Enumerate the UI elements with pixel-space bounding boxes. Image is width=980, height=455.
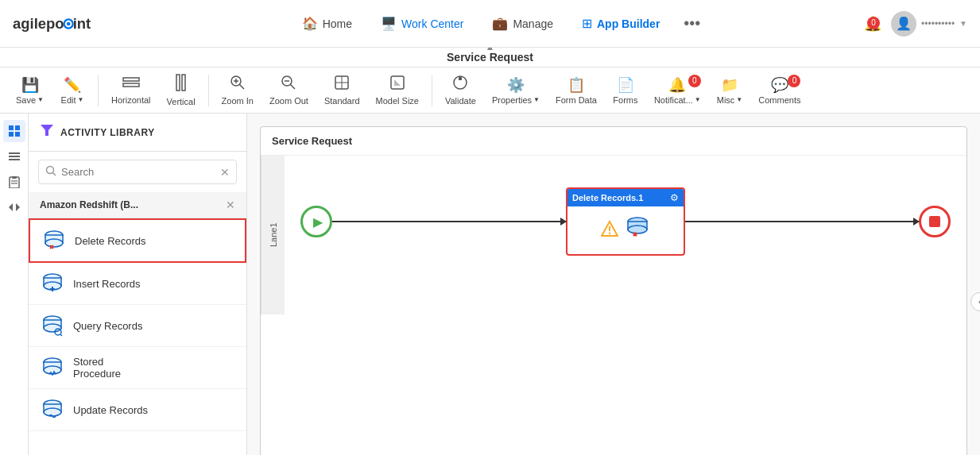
- task-node-title: Delete Records.1: [572, 193, 643, 202]
- properties-button[interactable]: ⚙️ Properties ▼: [486, 73, 546, 108]
- svg-line-13: [291, 85, 296, 90]
- query-records-icon: [40, 313, 65, 338]
- delete-records-label: Delete Records: [75, 235, 146, 247]
- nav-appbuilder-label: App Builder: [597, 17, 660, 30]
- validate-label: Validate: [445, 96, 476, 106]
- left-icon-clipboard[interactable]: [3, 171, 25, 193]
- activity-library-sidebar: ACTIVITY LIBRARY ✕ Amazon Redshift (B...…: [29, 114, 247, 455]
- left-icon-code[interactable]: [3, 196, 25, 218]
- comments-button[interactable]: 💬 Comments 0: [752, 73, 807, 108]
- edit-button[interactable]: ✏️ Edit ▼: [53, 73, 91, 108]
- nav-workcenter[interactable]: 🖥️ Work Center: [370, 10, 475, 37]
- vertical-button[interactable]: Vertical: [161, 71, 202, 110]
- update-records-icon: [40, 397, 65, 422]
- notifications-button[interactable]: 🔔 Notificat... ▼ 0: [648, 73, 707, 108]
- svg-rect-21: [459, 78, 462, 80]
- forms-icon: 📄: [617, 76, 634, 94]
- svg-rect-28: [9, 159, 20, 160]
- sidebar-item-stored-procedure[interactable]: Stored Procedure: [29, 347, 246, 389]
- user-menu[interactable]: 👤 •••••••••• ▼: [891, 11, 967, 37]
- sidebar-item-query-records[interactable]: Query Records: [29, 305, 246, 347]
- search-input[interactable]: [61, 166, 215, 178]
- task-node-header: Delete Records.1 ⚙: [567, 189, 684, 206]
- svg-point-40: [45, 239, 63, 247]
- svg-rect-5: [123, 83, 139, 87]
- sidebar-header: ACTIVITY LIBRARY: [29, 114, 246, 152]
- left-icon-bar: [0, 114, 29, 455]
- manage-icon: 💼: [492, 16, 508, 31]
- validate-button[interactable]: Validate: [439, 71, 482, 109]
- nav-home[interactable]: 🏠 Home: [291, 10, 363, 37]
- model-size-label: Model Size: [376, 96, 419, 106]
- zoom-out-icon: [281, 75, 296, 94]
- misc-button[interactable]: 📁 Misc ▼: [711, 73, 750, 108]
- sidebar-item-delete-records[interactable]: Delete Records: [29, 218, 246, 263]
- zoom-out-button[interactable]: Zoom Out: [263, 71, 315, 109]
- lane-label: Lane1: [261, 156, 285, 314]
- edit-dropdown-icon: ▼: [78, 96, 84, 103]
- form-data-button[interactable]: 📋 Form Data: [549, 73, 603, 108]
- category-name: Amazon Redshift (B...: [40, 199, 138, 210]
- svg-point-64: [628, 226, 647, 233]
- svg-marker-35: [41, 125, 53, 136]
- svg-point-36: [47, 167, 54, 174]
- stored-procedure-icon: [40, 355, 65, 380]
- user-chevron-icon: ▼: [959, 19, 967, 28]
- standard-icon: [334, 75, 350, 94]
- task-node-body: [567, 206, 684, 254]
- category-close-icon[interactable]: ✕: [226, 199, 235, 211]
- flow-arrow-2: [685, 221, 919, 222]
- svg-point-61: [609, 232, 610, 233]
- stop-icon: [929, 216, 940, 227]
- end-node[interactable]: [919, 206, 951, 237]
- vertical-label: Vertical: [167, 97, 196, 106]
- svg-point-58: [44, 408, 61, 416]
- svg-rect-30: [12, 176, 17, 179]
- notification-button[interactable]: 🔔 0: [864, 15, 881, 33]
- toolbar-divider-1: [98, 75, 99, 106]
- left-icon-list[interactable]: [3, 145, 25, 168]
- notifications-badge: 0: [688, 75, 701, 87]
- svg-text:agilepo: agilepo: [13, 15, 64, 32]
- svg-line-52: [60, 334, 62, 336]
- task-node-delete-records[interactable]: Delete Records.1 ⚙: [566, 187, 685, 256]
- svg-rect-24: [9, 132, 14, 137]
- update-records-label: Update Records: [73, 404, 148, 416]
- nav-manage[interactable]: 💼 Manage: [481, 10, 564, 37]
- toolbar-divider-3: [432, 75, 432, 106]
- notifications-dropdown-icon: ▼: [695, 96, 701, 103]
- database-delete-icon: [625, 215, 650, 245]
- sidebar-item-insert-records[interactable]: Insert Records: [29, 263, 246, 305]
- model-size-icon: [389, 75, 405, 94]
- subtitle-bar: ▲ Service Request: [0, 48, 980, 67]
- canvas-area[interactable]: Service Request Lane1 ▶: [247, 114, 980, 455]
- save-button[interactable]: 💾 Save ▼: [10, 73, 50, 108]
- forms-button[interactable]: 📄 Forms: [606, 73, 645, 108]
- horizontal-button[interactable]: Horizontal: [105, 72, 157, 108]
- horizontal-icon: [122, 75, 140, 94]
- left-icon-grid[interactable]: [3, 120, 25, 142]
- svg-line-9: [239, 85, 244, 90]
- task-node-gear-icon[interactable]: ⚙: [670, 192, 679, 203]
- nav-more-button[interactable]: •••: [677, 8, 707, 39]
- nav-appbuilder[interactable]: ⊞ App Builder: [571, 10, 671, 37]
- misc-dropdown-icon: ▼: [736, 96, 742, 103]
- svg-marker-33: [9, 203, 13, 211]
- start-node[interactable]: ▶: [300, 206, 332, 237]
- save-label: Save ▼: [16, 95, 44, 105]
- zoom-in-button[interactable]: Zoom In: [215, 71, 260, 109]
- sidebar-item-update-records[interactable]: Update Records: [29, 389, 246, 431]
- validate-icon: [452, 75, 468, 94]
- save-icon: 💾: [21, 76, 39, 94]
- standard-button[interactable]: Standard: [318, 71, 366, 109]
- user-avatar: 👤: [891, 11, 916, 37]
- model-size-button[interactable]: Model Size: [370, 71, 425, 109]
- nav-workcenter-label: Work Center: [401, 17, 463, 30]
- svg-rect-22: [9, 125, 14, 130]
- category-header[interactable]: Amazon Redshift (B... ✕: [29, 192, 246, 218]
- logo[interactable]: agilepo int: [13, 10, 108, 38]
- search-icon: [45, 165, 56, 179]
- svg-rect-23: [15, 125, 20, 130]
- clear-search-icon[interactable]: ✕: [220, 166, 230, 179]
- nav-right: 🔔 0 👤 •••••••••• ▼: [864, 11, 967, 37]
